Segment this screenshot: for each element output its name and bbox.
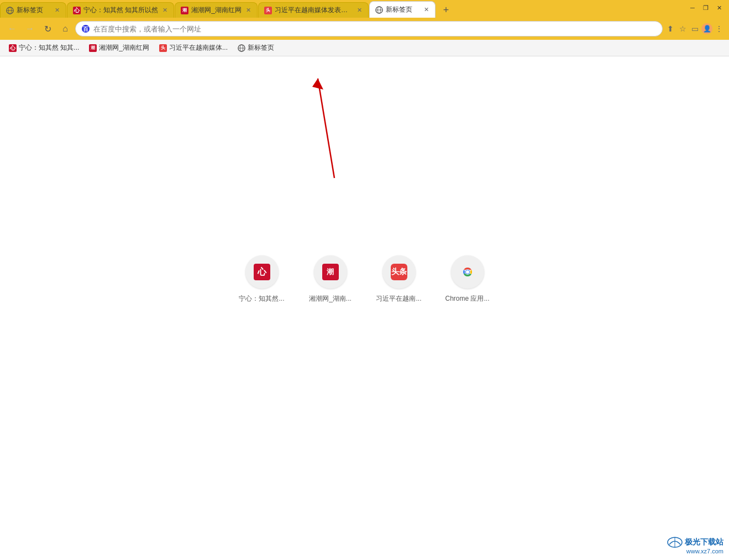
shortcut-label-4: Chrome 应用...: [445, 294, 489, 303]
new-tab-button[interactable]: +: [438, 2, 454, 18]
bookmarks-bar: 心 宁心：知其然 知其... 潮 湘潮网_湖南红网 头 习近平在越南媒体... …: [0, 40, 729, 56]
bm-favicon-2: 潮: [89, 44, 97, 52]
tab-newtab-1[interactable]: 新标签页 ✕: [0, 2, 66, 18]
window-controls: ─ ❐ ✕: [687, 3, 725, 12]
bookmark-xijin[interactable]: 头 习近平在越南媒体...: [155, 41, 232, 54]
shortcut-icon-2: 潮: [314, 255, 347, 289]
shortcut-label-2: 湘潮网_湖南...: [309, 294, 352, 303]
bookmark-newtab[interactable]: 新标签页: [233, 41, 279, 54]
watermark: 极光下载站 www.xz7.com: [667, 537, 723, 554]
bm-favicon-1: 心: [9, 44, 17, 52]
tab-close-1[interactable]: ✕: [53, 6, 61, 15]
tab-newtab-5[interactable]: 新标签页 ✕: [369, 1, 436, 18]
address-input[interactable]: [93, 25, 653, 33]
svg-line-11: [318, 78, 334, 178]
shortcut-icon-3: 头条: [382, 255, 416, 289]
tab-favicon-1: [6, 7, 14, 14]
bookmark-label-3: 习近平在越南媒体...: [169, 43, 228, 53]
bookmark-label-1: 宁心：知其然 知其...: [19, 43, 79, 53]
tabs-strip: 新标签页 ✕ 心 宁心：知其然 知其所以然 ✕ 潮 湘潮网_湖南红网 ✕ 头 习…: [0, 0, 729, 18]
tab-label-2: 宁心：知其然 知其所以然: [83, 6, 158, 15]
share-icon[interactable]: ⬆: [665, 23, 676, 34]
bookmark-star-icon[interactable]: ☆: [677, 23, 688, 34]
tab-favicon-3: 潮: [181, 7, 188, 14]
side-panel-icon[interactable]: ▭: [689, 23, 700, 34]
tab-favicon-2: 心: [73, 7, 81, 14]
minimize-button[interactable]: ─: [687, 3, 698, 12]
restore-button[interactable]: ❐: [700, 3, 711, 12]
tab-label-5: 新标签页: [386, 5, 419, 14]
svg-text:百: 百: [83, 26, 89, 32]
tab-label-4: 习近平在越南媒体发表署...: [275, 6, 353, 15]
svg-point-17: [466, 270, 469, 274]
shortcuts-grid: 心 宁心：知其然... 潮 湘潮网_湖南... 头条 习近平在越南...: [234, 255, 495, 303]
nav-bar: ← → ↻ ⌂ 百 ⬆ ☆ ▭ 👤 ⋮: [0, 18, 729, 40]
tab-ruxin[interactable]: 心 宁心：知其然 知其所以然 ✕: [67, 2, 174, 18]
shortcut-label-1: 宁心：知其然...: [239, 294, 284, 303]
tab-close-3[interactable]: ✕: [244, 6, 253, 15]
bookmark-label-4: 新标签页: [248, 43, 274, 53]
watermark-url: www.xz7.com: [686, 548, 723, 554]
tab-favicon-5: [375, 6, 383, 14]
shortcut-ruxin[interactable]: 心 宁心：知其然...: [234, 255, 290, 303]
user-avatar[interactable]: 👤: [701, 23, 712, 34]
address-favicon: 百: [81, 24, 90, 33]
home-button[interactable]: ⌂: [57, 21, 73, 36]
tab-favicon-4: 头: [264, 7, 272, 14]
close-button[interactable]: ✕: [714, 3, 725, 12]
bookmark-xiangchao[interactable]: 潮 湘潮网_湖南红网: [85, 41, 154, 54]
tab-label-3: 湘潮网_湖南红网: [191, 6, 242, 15]
main-content: 心 宁心：知其然... 潮 湘潮网_湖南... 头条 习近平在越南...: [0, 56, 729, 560]
red-arrow-annotation: [307, 67, 351, 191]
shortcut-xiangchao[interactable]: 潮 湘潮网_湖南...: [303, 255, 358, 303]
bookmark-label-2: 湘潮网_湖南红网: [99, 43, 149, 53]
back-button[interactable]: ←: [4, 21, 20, 36]
shortcut-icon-1: 心: [245, 255, 279, 289]
svg-marker-12: [312, 78, 323, 90]
tab-close-4[interactable]: ✕: [355, 6, 364, 15]
more-menu-icon[interactable]: ⋮: [714, 23, 725, 34]
tab-label-1: 新标签页: [17, 6, 50, 15]
address-bar[interactable]: 百: [75, 21, 663, 36]
nav-right-buttons: ⬆ ☆ ▭ 👤 ⋮: [665, 23, 725, 34]
bm-favicon-3: 头: [159, 44, 167, 52]
reload-button[interactable]: ↻: [40, 21, 55, 36]
tab-xiangchao[interactable]: 潮 湘潮网_湖南红网 ✕: [175, 2, 258, 18]
forward-button[interactable]: →: [22, 21, 38, 36]
bm-favicon-4: [238, 44, 245, 52]
bookmark-ruxin[interactable]: 心 宁心：知其然 知其...: [4, 41, 83, 54]
tab-close-2[interactable]: ✕: [160, 6, 169, 15]
title-bar: 新标签页 ✕ 心 宁心：知其然 知其所以然 ✕ 潮 湘潮网_湖南红网 ✕ 头 习…: [0, 0, 729, 18]
tab-xijinping[interactable]: 头 习近平在越南媒体发表署... ✕: [258, 2, 369, 18]
shortcut-xijin[interactable]: 头条 习近平在越南...: [371, 255, 427, 303]
shortcut-icon-4: [451, 255, 484, 289]
shortcut-label-3: 习近平在越南...: [376, 294, 421, 303]
watermark-logo: 极光下载站: [685, 537, 723, 547]
tab-close-5[interactable]: ✕: [422, 6, 431, 14]
shortcut-chrome[interactable]: Chrome 应用...: [440, 255, 495, 303]
